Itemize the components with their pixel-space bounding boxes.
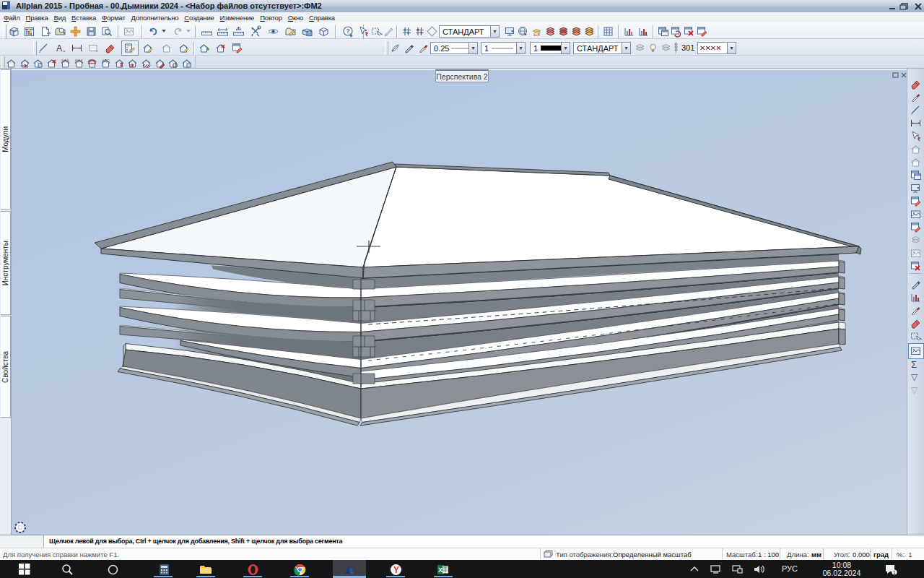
svg-text:A: A <box>56 43 62 53</box>
svg-text:NAX: NAX <box>75 59 83 63</box>
svg-text:NAX: NAX <box>61 59 69 63</box>
svg-text:1: 1 <box>893 570 896 575</box>
svg-text:X: X <box>438 566 443 574</box>
svg-text:ABC: ABC <box>102 59 110 63</box>
svg-text:?: ? <box>346 27 350 35</box>
